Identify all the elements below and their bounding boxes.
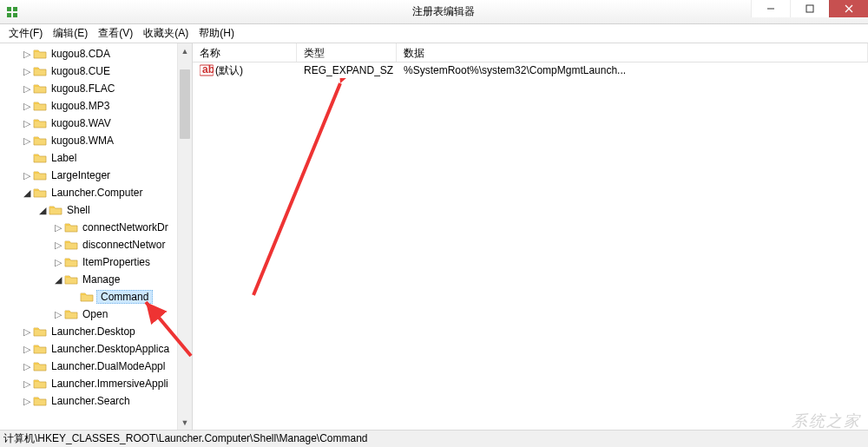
- tree-item[interactable]: ◢Shell: [0, 201, 192, 219]
- expander-closed-icon[interactable]: ▷: [21, 344, 33, 355]
- folder-icon: [80, 291, 94, 303]
- tree-item-label: Launcher.Computer: [49, 187, 144, 199]
- tree-item-label: Launcher.DualModeAppl: [49, 360, 167, 372]
- tree-item[interactable]: ▷kugou8.WAV: [0, 115, 192, 132]
- folder-icon: [33, 100, 47, 112]
- tree-item[interactable]: ▷Launcher.DualModeAppl: [0, 358, 192, 375]
- tree-item-label: Launcher.Search: [49, 395, 132, 407]
- tree-item-label: disconnectNetwor: [81, 239, 167, 251]
- header-name[interactable]: 名称: [193, 43, 297, 62]
- folder-icon: [33, 325, 47, 338]
- expander-closed-icon[interactable]: ▷: [21, 326, 33, 338]
- folder-icon: [33, 360, 47, 372]
- tree-item[interactable]: ▷Launcher.Search: [0, 392, 192, 410]
- tree-item[interactable]: ▷Open: [0, 306, 192, 323]
- expander-closed-icon[interactable]: ▷: [21, 118, 33, 129]
- tree-item[interactable]: ▷ItemProperties: [0, 253, 192, 271]
- tree-scrollbar[interactable]: ▲ ▼: [177, 43, 192, 430]
- folder-icon: [64, 273, 78, 286]
- expander-closed-icon[interactable]: ▷: [21, 396, 33, 407]
- svg-text:ab: ab: [202, 64, 214, 76]
- tree-item[interactable]: Command: [0, 288, 192, 306]
- string-value-icon: ab: [200, 64, 214, 76]
- values-header: 名称 类型 数据: [193, 43, 868, 62]
- folder-icon: [64, 256, 78, 268]
- scroll-down-icon[interactable]: ▼: [178, 415, 192, 430]
- minimize-button[interactable]: [751, 0, 790, 17]
- tree-item[interactable]: Label: [0, 149, 192, 167]
- expander-closed-icon[interactable]: ▷: [21, 49, 33, 60]
- folder-icon: [33, 343, 47, 355]
- window-buttons: [751, 0, 868, 17]
- folder-icon: [64, 308, 78, 320]
- tree-item[interactable]: ▷connectNetworkDr: [0, 219, 192, 236]
- expander-closed-icon[interactable]: ▷: [21, 361, 33, 372]
- expander-closed-icon[interactable]: ▷: [21, 170, 33, 181]
- tree-item[interactable]: ▷kugou8.WMA: [0, 132, 192, 149]
- tree-item-label: Launcher.DesktopApplica: [49, 343, 171, 355]
- expander-closed-icon[interactable]: ▷: [52, 222, 64, 233]
- expander-closed-icon[interactable]: ▷: [21, 83, 33, 95]
- tree-item-label: Manage: [81, 273, 122, 286]
- expander-closed-icon[interactable]: ▷: [52, 240, 64, 251]
- tree-item[interactable]: ▷disconnectNetwor: [0, 236, 192, 253]
- folder-icon: [33, 117, 47, 129]
- annotation-arrow-1: [245, 78, 349, 304]
- folder-icon: [33, 65, 47, 77]
- menu-view[interactable]: 查看(V): [93, 24, 138, 43]
- tree-item[interactable]: ▷Launcher.ImmersiveAppli: [0, 375, 192, 392]
- svg-line-10: [253, 83, 340, 295]
- tree-item[interactable]: ▷Launcher.Desktop: [0, 323, 192, 340]
- scroll-up-icon[interactable]: ▲: [178, 43, 192, 58]
- tree-item-label: Shell: [65, 204, 92, 216]
- expander-closed-icon[interactable]: ▷: [21, 378, 33, 390]
- tree-item-label: connectNetworkDr: [81, 221, 170, 233]
- tree-item[interactable]: ▷kugou8.MP3: [0, 97, 192, 115]
- folder-icon: [33, 378, 47, 390]
- expander-closed-icon[interactable]: ▷: [21, 101, 33, 112]
- expander-open-icon[interactable]: ◢: [36, 205, 49, 216]
- value-data: %SystemRoot%\system32\CompMgmtLaunch...: [397, 64, 868, 76]
- tree-item[interactable]: ▷kugou8.FLAC: [0, 80, 192, 97]
- tree-item[interactable]: ◢Manage: [0, 271, 192, 288]
- folder-icon: [33, 187, 47, 199]
- tree-item-label: LargeInteger: [49, 169, 112, 181]
- scroll-thumb[interactable]: [180, 69, 190, 139]
- expander-open-icon[interactable]: ◢: [21, 187, 33, 199]
- menu-favorites[interactable]: 收藏夹(A): [138, 24, 194, 43]
- value-row[interactable]: ab (默认) REG_EXPAND_SZ %SystemRoot%\syste…: [193, 62, 868, 78]
- expander-closed-icon[interactable]: ▷: [21, 135, 33, 147]
- values-list[interactable]: ab (默认) REG_EXPAND_SZ %SystemRoot%\syste…: [193, 62, 868, 430]
- header-type[interactable]: 类型: [297, 43, 397, 62]
- expander-closed-icon[interactable]: ▷: [21, 66, 33, 77]
- tree-item-label: Command: [96, 290, 153, 304]
- tree-item[interactable]: ◢Launcher.Computer: [0, 184, 192, 201]
- menu-edit[interactable]: 编辑(E): [48, 24, 93, 43]
- header-data[interactable]: 数据: [397, 43, 868, 62]
- value-type: REG_EXPAND_SZ: [297, 64, 397, 76]
- tree-item-label: kugou8.MP3: [49, 100, 111, 112]
- tree-item[interactable]: ▷LargeInteger: [0, 167, 192, 184]
- expander-open-icon[interactable]: ◢: [52, 274, 64, 286]
- close-button[interactable]: [829, 0, 868, 17]
- svg-rect-1: [13, 7, 17, 11]
- folder-icon: [33, 135, 47, 147]
- tree-item[interactable]: ▷Launcher.DesktopApplica: [0, 340, 192, 358]
- app-icon: [5, 5, 19, 19]
- maximize-button[interactable]: [790, 0, 829, 17]
- menu-file[interactable]: 文件(F): [3, 24, 48, 43]
- status-path: 计算机\HKEY_CLASSES_ROOT\Launcher.Computer\…: [3, 431, 368, 446]
- svg-rect-0: [7, 7, 11, 11]
- status-bar: 计算机\HKEY_CLASSES_ROOT\Launcher.Computer\…: [0, 430, 868, 447]
- expander-closed-icon[interactable]: ▷: [52, 309, 64, 320]
- menu-help[interactable]: 帮助(H): [194, 24, 240, 43]
- tree-item[interactable]: ▷kugou8.CUE: [0, 62, 192, 80]
- folder-icon: [49, 204, 62, 216]
- expander-closed-icon[interactable]: ▷: [52, 257, 64, 268]
- svg-rect-3: [13, 13, 17, 17]
- tree-item[interactable]: ▷kugou8.CDA: [0, 45, 192, 62]
- registry-tree[interactable]: ▷kugou8.CDA▷kugou8.CUE▷kugou8.FLAC▷kugou…: [0, 43, 192, 430]
- folder-icon: [64, 221, 78, 233]
- tree-item-label: Label: [49, 152, 78, 164]
- tree-panel: ▷kugou8.CDA▷kugou8.CUE▷kugou8.FLAC▷kugou…: [0, 43, 193, 430]
